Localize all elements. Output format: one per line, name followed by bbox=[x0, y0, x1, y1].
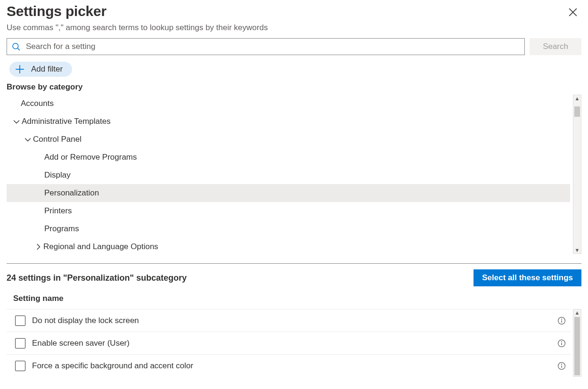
tree-item-label: Administrative Templates bbox=[22, 117, 111, 126]
tree-item-programs[interactable]: Programs bbox=[7, 220, 570, 238]
svg-point-6 bbox=[561, 364, 562, 365]
tree-item-label: Printers bbox=[44, 206, 72, 216]
tree-item-regional-and-language-options[interactable]: Regional and Language Options bbox=[7, 238, 570, 254]
scroll-down-icon[interactable]: ▼ bbox=[575, 247, 580, 253]
scrollbar-thumb[interactable] bbox=[574, 106, 580, 117]
browse-by-category-label: Browse by category bbox=[7, 82, 581, 92]
search-input[interactable] bbox=[25, 41, 520, 52]
setting-name-label: Do not display the lock screen bbox=[32, 316, 557, 325]
svg-point-0 bbox=[13, 43, 18, 49]
plus-icon bbox=[15, 65, 24, 74]
add-filter-button[interactable]: Add filter bbox=[9, 62, 72, 77]
search-box[interactable] bbox=[7, 38, 525, 55]
setting-row[interactable]: Do not display the lock screen bbox=[7, 309, 571, 332]
scroll-up-icon[interactable]: ▲ bbox=[575, 309, 580, 316]
tree-item-administrative-templates[interactable]: Administrative Templates bbox=[7, 113, 570, 130]
tree-item-personalization[interactable]: Personalization bbox=[7, 184, 570, 202]
tree-item-label: Regional and Language Options bbox=[43, 242, 158, 251]
page-subtitle: Use commas "," among search terms to loo… bbox=[7, 23, 564, 32]
scrollbar-thumb[interactable] bbox=[574, 317, 580, 375]
svg-point-4 bbox=[561, 341, 562, 342]
results-count: 24 settings in "Personalization" subcate… bbox=[7, 273, 187, 283]
tree-item-add-or-remove-programs[interactable]: Add or Remove Programs bbox=[7, 148, 570, 166]
add-filter-label: Add filter bbox=[31, 65, 63, 74]
tree-item-label: Control Panel bbox=[33, 135, 82, 144]
svg-point-2 bbox=[561, 318, 562, 319]
column-header-setting-name: Setting name bbox=[7, 290, 581, 309]
close-button[interactable] bbox=[564, 4, 581, 21]
settings-scrollbar[interactable]: ▲ bbox=[573, 309, 581, 377]
tree-item-label: Add or Remove Programs bbox=[44, 153, 137, 162]
tree-item-label: Programs bbox=[44, 224, 79, 234]
setting-name-label: Enable screen saver (User) bbox=[32, 339, 557, 348]
tree-item-accounts[interactable]: Accounts bbox=[7, 95, 570, 113]
page-title: Settings picker bbox=[7, 2, 564, 20]
info-button[interactable] bbox=[557, 361, 566, 371]
setting-row[interactable]: Force a specific background and accent c… bbox=[7, 354, 571, 377]
tree-item-control-panel[interactable]: Control Panel bbox=[7, 130, 570, 148]
scroll-up-icon[interactable]: ▲ bbox=[575, 95, 580, 102]
info-button[interactable] bbox=[557, 339, 566, 348]
tree-item-label: Display bbox=[44, 170, 71, 180]
info-button[interactable] bbox=[557, 316, 566, 325]
tree-scrollbar[interactable]: ▲ ▼ bbox=[573, 95, 581, 254]
close-icon bbox=[569, 8, 577, 16]
tree-item-printers[interactable]: Printers bbox=[7, 202, 570, 220]
search-button[interactable]: Search bbox=[530, 38, 581, 55]
tree-item-display[interactable]: Display bbox=[7, 166, 570, 184]
chevron-down-icon[interactable] bbox=[11, 118, 22, 125]
divider bbox=[7, 263, 581, 264]
tree-item-label: Personalization bbox=[44, 188, 99, 198]
setting-name-label: Force a specific background and accent c… bbox=[32, 361, 557, 371]
setting-row[interactable]: Enable screen saver (User) bbox=[7, 332, 571, 354]
checkbox[interactable] bbox=[15, 361, 25, 371]
info-icon bbox=[557, 339, 566, 348]
select-all-button[interactable]: Select all these settings bbox=[474, 269, 581, 286]
checkbox[interactable] bbox=[15, 338, 25, 348]
search-icon bbox=[12, 42, 20, 51]
tree-item-label: Accounts bbox=[21, 99, 54, 108]
info-icon bbox=[557, 362, 566, 370]
checkbox[interactable] bbox=[15, 316, 25, 326]
chevron-down-icon[interactable] bbox=[23, 136, 33, 143]
chevron-right-icon[interactable] bbox=[33, 243, 43, 250]
info-icon bbox=[557, 316, 566, 325]
